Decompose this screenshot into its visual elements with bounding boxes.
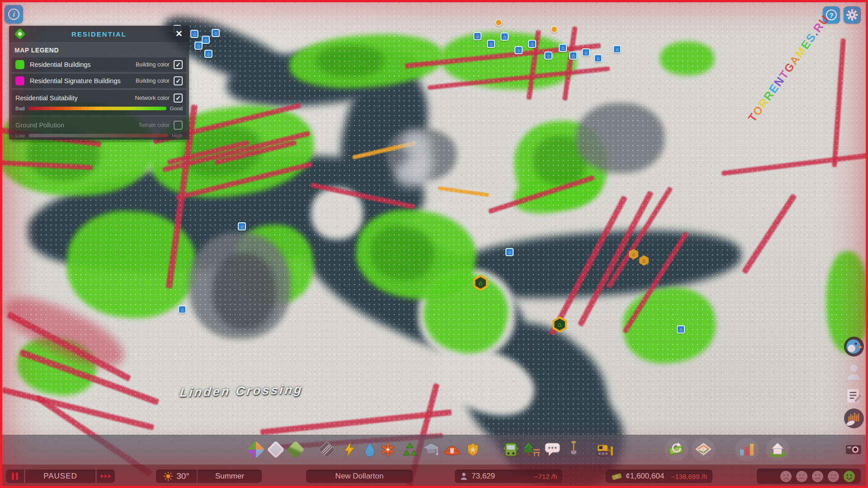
toolbar-terraforming[interactable]: [563, 435, 585, 465]
population-display[interactable]: 73,629 −712 /h: [455, 469, 562, 483]
residential-building-marker[interactable]: ⌂: [178, 305, 186, 314]
game-screen: ⌂⌂⌂⌂⌂⌂⌂⌂⌂⌂⌂⌂⌂⌂⌂⌂⌂⌂⌂⌂⌂⌂⌂⌂⌂ Linden Crossin…: [0, 0, 868, 488]
checkbox-signature-color[interactable]: ✓: [174, 76, 183, 85]
face-sad: [796, 470, 808, 483]
toolbar-communications[interactable]: [542, 435, 563, 465]
home-icon: [769, 441, 787, 458]
residential-building-marker[interactable]: ⌂: [582, 48, 590, 56]
lifepath-button[interactable]: [844, 408, 864, 429]
settings-button[interactable]: [844, 6, 861, 23]
alert-marker[interactable]: [495, 19, 502, 26]
residential-building-marker[interactable]: ⌂: [473, 32, 481, 40]
residential-building-marker[interactable]: ⌂: [559, 44, 567, 52]
checkbox-network-color[interactable]: ✓: [174, 94, 183, 103]
pollution-right-label: Terrain color: [138, 122, 170, 128]
residential-building-marker[interactable]: ⌂: [505, 248, 514, 256]
pollution-label: Ground Pollution: [15, 122, 138, 129]
toolbar-zoning[interactable]: [245, 435, 267, 465]
residential-building-marker[interactable]: ⌂: [204, 50, 212, 58]
population-rate: −712 /h: [534, 473, 557, 480]
toolbar-garbage[interactable]: [399, 435, 421, 465]
toolbar-landscaping[interactable]: [285, 435, 307, 465]
residential-building-marker[interactable]: ⌂: [202, 36, 210, 44]
toolbar-economy[interactable]: [665, 438, 688, 461]
toolbar-healthcare[interactable]: [377, 435, 399, 465]
chirper-button[interactable]: [844, 336, 864, 357]
graduation-cap-icon: [422, 442, 440, 457]
residential-building-marker[interactable]: ⌂: [487, 40, 495, 48]
residential-building-marker[interactable]: ⌂: [212, 29, 220, 37]
happiness-display[interactable]: [757, 469, 861, 484]
alert-marker[interactable]: [551, 26, 558, 33]
gradient-min-label: Bad: [15, 106, 24, 111]
checkbox-building-color[interactable]: ✓: [174, 60, 183, 69]
face-content: [827, 470, 840, 483]
infoview-panel-residential: RESIDENTIAL ✕ MAP LEGEND Residential Bui…: [9, 26, 189, 140]
residential-building-marker[interactable]: ⌂: [238, 222, 246, 230]
toolbar-areas[interactable]: [265, 435, 287, 465]
residential-building-marker[interactable]: ⌂: [613, 45, 621, 53]
panel-title: RESIDENTIAL: [9, 30, 189, 38]
face-happy: [843, 470, 855, 483]
zoning-icon: [247, 441, 265, 459]
toolbar-education[interactable]: [420, 435, 442, 465]
medical-star-icon: [380, 442, 396, 457]
residential-building-marker[interactable]: ⌂: [528, 40, 536, 48]
toolbar-map-views[interactable]: [692, 438, 715, 461]
note-pencil-icon: [845, 387, 863, 404]
person-icon: [846, 363, 862, 380]
lightning-icon: [342, 441, 357, 458]
residential-building-marker[interactable]: ⌂: [544, 52, 552, 60]
bulldozer-icon: [595, 441, 615, 458]
toolbar-police[interactable]: [462, 435, 484, 465]
police-badge-icon: [466, 442, 480, 457]
toolbar-fire[interactable]: [441, 435, 463, 465]
toolbar-parks[interactable]: [521, 435, 542, 465]
bar-chart-icon: [740, 444, 754, 455]
temperature-display[interactable]: 30°: [156, 469, 197, 483]
toolbar-city-info[interactable]: [766, 438, 789, 461]
residential-building-marker[interactable]: ⌂: [677, 325, 685, 333]
sun-icon: [163, 471, 173, 481]
pause-button[interactable]: [6, 469, 24, 483]
money-display[interactable]: ¢1,600,604 −138,699 /h: [606, 469, 712, 483]
water-drop-icon: [363, 442, 376, 457]
residential-building-marker[interactable]: ⌂: [194, 42, 203, 50]
status-bar: [0, 465, 868, 488]
park-tree-bench-icon: [523, 441, 541, 458]
toolbar-roads[interactable]: [316, 435, 338, 465]
season-display[interactable]: Summer: [198, 469, 262, 483]
recycle-icon: [402, 442, 418, 457]
residential-building-marker[interactable]: ⌂: [569, 52, 577, 60]
city-name: New Dollarton: [335, 472, 384, 481]
residential-building-marker[interactable]: ⌂: [594, 54, 602, 62]
checkbox-terrain-color[interactable]: [174, 121, 183, 130]
toolbar-bulldozer[interactable]: [594, 435, 616, 465]
temperature-value: 30°: [176, 471, 189, 481]
residential-building-marker[interactable]: ⌂: [514, 46, 523, 54]
journal-button[interactable]: [844, 385, 864, 406]
population-person-icon: [460, 472, 467, 480]
bus-icon: [504, 441, 518, 458]
residential-building-marker[interactable]: ⌂: [190, 30, 198, 38]
speed-button[interactable]: [97, 469, 115, 483]
face-neutral: [811, 470, 824, 483]
info-icon: i: [8, 9, 19, 20]
toolbar-electricity[interactable]: [339, 435, 360, 465]
legend-row-right-label: Building color: [136, 61, 170, 68]
info-button[interactable]: i: [5, 5, 23, 23]
money-value: ¢1,600,604: [626, 472, 664, 481]
season-value: Summer: [215, 472, 244, 481]
citizens-button[interactable]: [844, 361, 864, 382]
speech-bubble-icon: [544, 442, 561, 457]
toolbar-statistics[interactable]: [735, 438, 759, 461]
toolbar-transportation[interactable]: [500, 435, 522, 465]
legend-row-right-label: Building color: [136, 78, 170, 84]
toolbar-photo-mode[interactable]: [843, 435, 864, 465]
fast-forward-icon: [101, 474, 111, 479]
legend-row-signature-buildings: Residential Signature Buildings Building…: [12, 74, 186, 88]
residential-building-marker[interactable]: ⌂: [500, 33, 509, 41]
city-name-display[interactable]: New Dollarton: [306, 469, 413, 483]
close-icon[interactable]: ✕: [174, 28, 184, 39]
money-bill-icon: [611, 473, 622, 480]
